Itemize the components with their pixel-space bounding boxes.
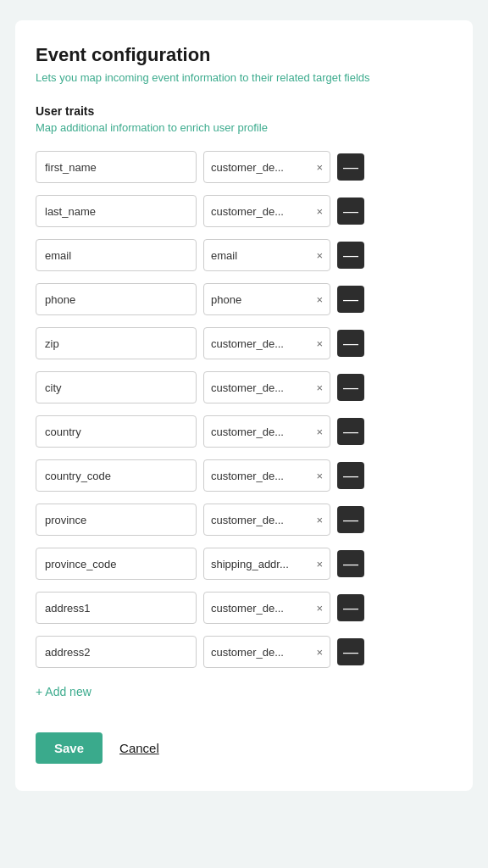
source-field-2[interactable] — [36, 239, 197, 271]
page-title: Event configuration — [36, 44, 452, 66]
section-title: User traits — [36, 104, 452, 118]
target-tag-0[interactable]: customer_de...× — [203, 151, 330, 183]
source-field-5[interactable] — [36, 371, 197, 403]
target-tag-4[interactable]: customer_de...× — [203, 327, 330, 359]
target-tag-5[interactable]: customer_de...× — [203, 371, 330, 403]
mapping-row: customer_de...×— — [36, 459, 452, 492]
target-tag-10[interactable]: customer_de...× — [203, 592, 330, 624]
target-tag-text-11: customer_de... — [211, 646, 313, 659]
section-subtitle: Map additional information to enrich use… — [36, 121, 452, 134]
tag-close-icon-9[interactable]: × — [316, 558, 323, 570]
target-tag-text-5: customer_de... — [211, 381, 313, 394]
source-field-10[interactable] — [36, 592, 197, 624]
cancel-button[interactable]: Cancel — [119, 741, 159, 755]
target-tag-text-4: customer_de... — [211, 337, 313, 350]
remove-button-5[interactable]: — — [337, 374, 364, 401]
source-field-7[interactable] — [36, 459, 197, 492]
mapping-row: customer_de...×— — [36, 504, 452, 536]
target-tag-1[interactable]: customer_de...× — [203, 195, 330, 227]
target-tag-text-3: phone — [211, 293, 313, 306]
source-field-4[interactable] — [36, 327, 197, 359]
target-tag-6[interactable]: customer_de...× — [203, 415, 330, 448]
target-tag-text-7: customer_de... — [211, 470, 313, 482]
mapping-row: email×— — [36, 239, 452, 271]
remove-button-0[interactable]: — — [337, 153, 364, 181]
page-container: Event configuration Lets you map incomin… — [15, 20, 473, 791]
footer: Save Cancel — [36, 732, 452, 764]
mapping-row: phone×— — [36, 283, 452, 315]
tag-close-icon-10[interactable]: × — [316, 602, 323, 615]
remove-button-7[interactable]: — — [337, 462, 364, 489]
save-button[interactable]: Save — [36, 732, 103, 764]
target-tag-text-2: email — [211, 249, 313, 262]
tag-close-icon-11[interactable]: × — [316, 646, 323, 659]
source-field-1[interactable] — [36, 195, 197, 227]
tag-close-icon-8[interactable]: × — [316, 514, 323, 526]
tag-close-icon-5[interactable]: × — [316, 381, 323, 394]
target-tag-7[interactable]: customer_de...× — [203, 459, 330, 492]
mapping-row: customer_de...×— — [36, 151, 452, 183]
remove-button-11[interactable]: — — [337, 638, 364, 665]
mapping-row: customer_de...×— — [36, 195, 452, 227]
tag-close-icon-7[interactable]: × — [316, 470, 323, 482]
target-tag-9[interactable]: shipping_addr...× — [203, 548, 330, 580]
remove-button-3[interactable]: — — [337, 286, 364, 313]
remove-button-4[interactable]: — — [337, 330, 364, 357]
target-tag-8[interactable]: customer_de...× — [203, 504, 330, 536]
target-tag-text-9: shipping_addr... — [211, 558, 313, 570]
mapping-row: customer_de...×— — [36, 327, 452, 359]
target-tag-2[interactable]: email× — [203, 239, 330, 271]
target-tag-text-8: customer_de... — [211, 514, 313, 526]
add-new-link[interactable]: + Add new — [36, 685, 92, 698]
mapping-row: customer_de...×— — [36, 371, 452, 403]
remove-button-8[interactable]: — — [337, 506, 364, 533]
target-tag-text-0: customer_de... — [211, 161, 313, 174]
source-field-3[interactable] — [36, 283, 197, 315]
tag-close-icon-1[interactable]: × — [316, 205, 323, 218]
tag-close-icon-0[interactable]: × — [316, 161, 323, 174]
tag-close-icon-3[interactable]: × — [316, 293, 323, 306]
source-field-6[interactable] — [36, 415, 197, 448]
remove-button-9[interactable]: — — [337, 550, 364, 577]
source-field-9[interactable] — [36, 548, 197, 580]
source-field-0[interactable] — [36, 151, 197, 183]
source-field-8[interactable] — [36, 504, 197, 536]
target-tag-text-1: customer_de... — [211, 205, 313, 218]
remove-button-2[interactable]: — — [337, 242, 364, 269]
target-tag-text-10: customer_de... — [211, 602, 313, 615]
tag-close-icon-6[interactable]: × — [316, 426, 323, 438]
target-tag-text-6: customer_de... — [211, 426, 313, 438]
mapping-row: customer_de...×— — [36, 592, 452, 624]
tag-close-icon-2[interactable]: × — [316, 249, 323, 262]
target-tag-11[interactable]: customer_de...× — [203, 636, 330, 668]
tag-close-icon-4[interactable]: × — [316, 337, 323, 350]
target-tag-3[interactable]: phone× — [203, 283, 330, 315]
mapping-row: customer_de...×— — [36, 636, 452, 668]
mapping-row: shipping_addr...×— — [36, 548, 452, 580]
mapping-row: customer_de...×— — [36, 415, 452, 448]
source-field-11[interactable] — [36, 636, 197, 668]
page-subtitle: Lets you map incoming event information … — [36, 71, 452, 84]
remove-button-10[interactable]: — — [337, 594, 364, 621]
remove-button-1[interactable]: — — [337, 198, 364, 225]
mappings-container: customer_de...×—customer_de...×—email×—p… — [36, 151, 452, 668]
remove-button-6[interactable]: — — [337, 418, 364, 445]
